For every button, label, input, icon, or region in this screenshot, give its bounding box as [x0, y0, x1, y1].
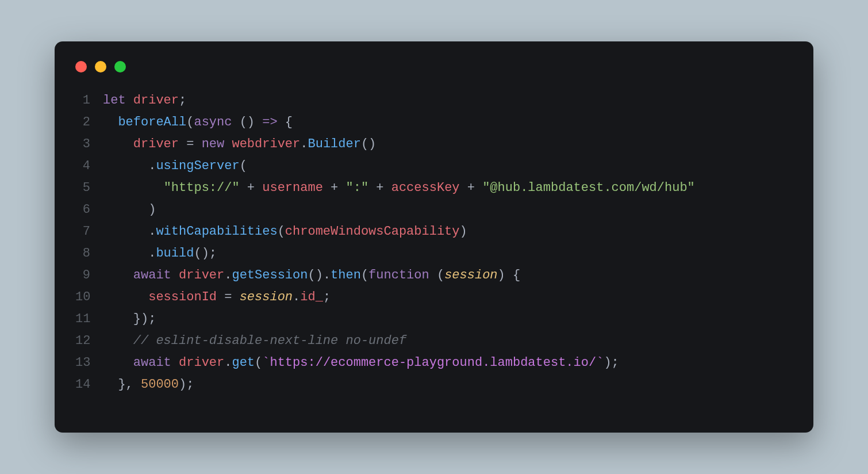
token-tmpl: `https://ecommerce-playground.lambdatest…: [262, 356, 604, 370]
token-punc: },: [103, 377, 141, 392]
code-line[interactable]: 6 ): [75, 199, 793, 221]
line-number: 12: [75, 330, 103, 352]
close-icon[interactable]: [75, 61, 87, 72]
line-number: 14: [75, 374, 103, 396]
code-window: 1let driver;2 beforeAll(async () => {3 d…: [55, 41, 813, 433]
code-line[interactable]: 10 sessionId = session.id_;: [75, 286, 793, 308]
token-cmt: // eslint-disable-next-line no-undef: [133, 334, 406, 348]
line-number: 3: [75, 133, 103, 155]
token-punc: (: [186, 115, 194, 129]
token-punc: });: [103, 312, 156, 326]
token-fn: Builder: [308, 137, 360, 151]
token-punc: .: [224, 356, 232, 370]
line-content[interactable]: driver = new webdriver.Builder(): [103, 133, 376, 155]
line-number: 7: [75, 221, 103, 243]
token-punc: ) {: [498, 268, 521, 282]
code-line[interactable]: 3 driver = new webdriver.Builder(): [75, 133, 793, 155]
token-str: ":": [346, 181, 369, 195]
code-line[interactable]: 2 beforeAll(async () => {: [75, 112, 793, 133]
line-content[interactable]: await driver.get(`https://ecommerce-play…: [103, 352, 619, 374]
token-fn: getSession: [232, 268, 308, 282]
token-punc: +: [460, 181, 483, 195]
line-number: 6: [75, 199, 103, 221]
token-punc: (): [232, 115, 262, 129]
token-kw: =>: [262, 115, 277, 129]
token-id: accessKey: [391, 181, 460, 195]
token-num: 50000: [141, 377, 179, 392]
token-punc: (: [255, 356, 262, 370]
token-punc: ): [103, 202, 156, 217]
token-punc: .: [293, 290, 300, 304]
token-fn: usingServer: [156, 159, 239, 173]
code-line[interactable]: 4 .usingServer(: [75, 155, 793, 177]
token-punc: [103, 181, 164, 195]
token-punc: );: [604, 356, 619, 370]
line-content[interactable]: beforeAll(async () => {: [103, 112, 293, 133]
line-content[interactable]: sessionId = session.id_;: [103, 286, 331, 308]
line-content[interactable]: .build();: [103, 243, 217, 265]
code-line[interactable]: 1let driver;: [75, 90, 793, 112]
code-line[interactable]: 5 "https://" + username + ":" + accessKe…: [75, 177, 793, 199]
line-number: 10: [75, 286, 103, 308]
token-id: sessionId: [148, 290, 217, 304]
line-content[interactable]: let driver;: [103, 90, 186, 112]
token-str: "https://": [164, 181, 240, 195]
token-punc: );: [179, 377, 194, 392]
traffic-lights: [75, 61, 793, 72]
token-punc: .: [103, 159, 156, 173]
line-number: 1: [75, 90, 103, 112]
token-id: id_: [300, 290, 323, 304]
token-punc: (: [240, 159, 247, 173]
code-line[interactable]: 14 }, 50000);: [75, 374, 793, 396]
line-number: 4: [75, 155, 103, 177]
token-kw: let: [103, 93, 133, 108]
code-line[interactable]: 13 await driver.get(`https://ecommerce-p…: [75, 352, 793, 374]
token-punc: {: [278, 115, 293, 129]
token-punc: [103, 115, 118, 129]
token-punc: =: [179, 137, 202, 151]
line-number: 5: [75, 177, 103, 199]
token-id: webdriver: [232, 137, 300, 151]
token-punc: [103, 137, 133, 151]
line-number: 11: [75, 308, 103, 330]
line-content[interactable]: ): [103, 199, 156, 221]
line-content[interactable]: // eslint-disable-next-line no-undef: [103, 330, 406, 352]
line-content[interactable]: await driver.getSession().then(function …: [103, 265, 520, 286]
token-fn: build: [156, 246, 194, 261]
token-punc: ();: [194, 246, 217, 261]
token-punc: .: [103, 224, 156, 239]
zoom-icon[interactable]: [114, 61, 126, 72]
token-kw: await: [133, 356, 171, 370]
code-line[interactable]: 11 });: [75, 308, 793, 330]
token-id: driver: [133, 137, 179, 151]
line-content[interactable]: });: [103, 308, 156, 330]
token-punc: [103, 334, 133, 348]
token-id: driver: [133, 93, 179, 108]
line-content[interactable]: }, 50000);: [103, 374, 194, 396]
token-punc: [103, 268, 133, 282]
token-punc: =: [217, 290, 240, 304]
minimize-icon[interactable]: [95, 61, 106, 72]
line-content[interactable]: .withCapabilities(chromeWindowsCapabilit…: [103, 221, 467, 243]
token-fn: then: [331, 268, 361, 282]
code-line[interactable]: 9 await driver.getSession().then(functio…: [75, 265, 793, 286]
line-content[interactable]: "https://" + username + ":" + accessKey …: [103, 177, 695, 199]
token-punc: .: [224, 268, 232, 282]
code-line[interactable]: 12 // eslint-disable-next-line no-undef: [75, 330, 793, 352]
code-editor[interactable]: 1let driver;2 beforeAll(async () => {3 d…: [75, 90, 793, 396]
token-id: username: [262, 181, 323, 195]
token-kw: new: [202, 137, 225, 151]
line-content[interactable]: .usingServer(: [103, 155, 247, 177]
token-punc: +: [368, 181, 391, 195]
token-punc: (: [278, 224, 285, 239]
token-punc: +: [240, 181, 263, 195]
code-line[interactable]: 7 .withCapabilities(chromeWindowsCapabil…: [75, 221, 793, 243]
line-number: 2: [75, 112, 103, 133]
token-punc: .: [103, 246, 156, 261]
token-fn: withCapabilities: [156, 224, 277, 239]
token-punc: ;: [323, 290, 331, 304]
code-line[interactable]: 8 .build();: [75, 243, 793, 265]
token-id: driver: [179, 356, 224, 370]
token-fn: get: [232, 356, 255, 370]
token-punc: (: [429, 268, 444, 282]
